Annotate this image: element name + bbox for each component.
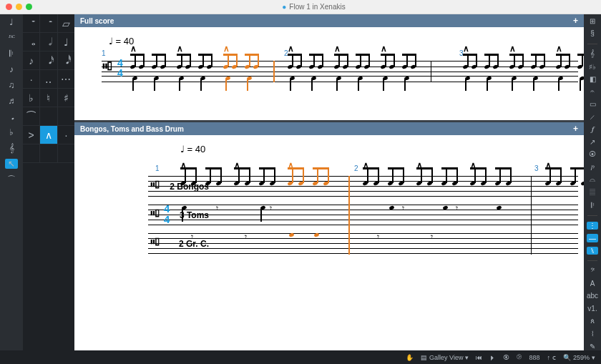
tool-cell[interactable]: ‥ [40, 70, 57, 88]
bar-position: 888 [529, 354, 539, 361]
right-palette-item[interactable]: ⊞ [587, 17, 598, 25]
left-palette-item[interactable]: ⌒ [5, 174, 18, 185]
left-mode-palette: ♩𝄊𝄆♪♫♬𝅘♭𝄞↖⌒ [0, 14, 23, 350]
tool-cell[interactable]: > [23, 126, 40, 144]
right-palette-item[interactable]: ↗ [587, 138, 598, 146]
tool-cell[interactable] [40, 107, 57, 125]
right-palette-item[interactable]: ⟋ [587, 112, 598, 120]
tool-cell[interactable]: ♯ [58, 89, 74, 107]
add-view-icon[interactable]: + [573, 16, 578, 26]
left-palette-item[interactable]: 𝄆 [5, 49, 18, 59]
add-view-icon[interactable]: + [573, 124, 578, 134]
notation-content[interactable]: ∧∧∧∧∧∧∧∧∧ [130, 45, 571, 95]
right-palette-item[interactable]: 𝄢 [587, 267, 598, 275]
full-score-tab[interactable]: Full score + [74, 14, 584, 27]
right-palette-item[interactable]: 𝄞 [587, 49, 598, 58]
notation-content[interactable]: ∧∧∧∧∧∧∧𝄾𝄾𝄾𝄾𝄾𝄾𝄾𝄾 [177, 162, 578, 262]
right-properties-palette: ⊞§𝄞♯♭◧𝄐▭⟋𝆑↗⦿𝑝⌓𝄚𝄆⋮―⑊𝄢Aabcv1.ጰ𝄔✎ [584, 14, 601, 350]
left-palette-item[interactable]: ♫ [5, 80, 18, 90]
tool-cell[interactable]: 𝅝 [23, 33, 40, 51]
window-titlebar: ●Flow 1 in Xenakis [0, 0, 601, 14]
full-score-panel[interactable]: ♩ = 40 𝄥𝄦 44 1 2 3 ∧∧∧∧∧∧∧∧∧ [74, 27, 584, 120]
tool-cell[interactable] [23, 144, 40, 162]
tool-cell[interactable]: ⋯ [58, 70, 74, 88]
left-palette-item[interactable]: ♩ [5, 17, 18, 27]
right-palette-item[interactable]: 𝄐 [587, 87, 598, 96]
tool-cell[interactable]: ∧ [40, 126, 57, 144]
transpose-indicator[interactable]: ↑ ᴄ [547, 354, 556, 361]
left-palette-item[interactable]: 𝅘 [5, 112, 18, 122]
tab-label: Bongos, Toms and Bass Drum [80, 125, 184, 133]
right-palette-item[interactable]: 𝄆 [587, 201, 598, 210]
tool-cell[interactable]: 𝅘𝅥𝅰 [58, 51, 74, 69]
percussion-clef-icon[interactable]: 𝄥𝄦 [151, 236, 159, 249]
right-palette-item[interactable]: ― [587, 234, 598, 242]
left-palette-item[interactable]: ♭ [5, 127, 18, 137]
tool-cell[interactable]: · [23, 70, 40, 88]
time-signature[interactable]: 44 [117, 58, 123, 78]
tool-cell[interactable]: 𝅘𝅥𝅯 [40, 51, 57, 69]
right-palette-item[interactable]: ⋮ [587, 222, 598, 230]
transport-loop-icon[interactable]: ⧁ [517, 353, 522, 361]
right-palette-item[interactable]: 𝄚 [587, 188, 598, 197]
hand-tool-icon[interactable]: ✋ [406, 354, 414, 361]
traffic-lights [6, 4, 32, 10]
right-palette-item[interactable]: § [587, 29, 598, 37]
left-palette-item[interactable]: ♪ [5, 64, 18, 74]
score-area: Full score + ♩ = 40 𝄥𝄦 44 1 2 3 ∧∧∧∧∧∧∧∧… [74, 14, 584, 350]
transport-rewind-icon[interactable]: ⏮ [476, 354, 482, 361]
maximize-window-icon[interactable] [26, 4, 32, 10]
left-palette-item[interactable]: ↖ [5, 159, 18, 169]
percussion-clef-icon[interactable]: 𝄥𝄦 [103, 59, 112, 74]
zoom-level[interactable]: 🔍 259% ▾ [563, 354, 595, 361]
tool-cell[interactable]: 𝄻 [23, 14, 40, 32]
right-palette-item[interactable]: ▭ [587, 100, 598, 108]
right-palette-item[interactable]: ⦿ [587, 150, 598, 158]
bar-number: 1 [102, 49, 106, 57]
status-bar: ✋ ▤ Galley View ▾ ⏮ ⏵ ⦿ ⧁ 888 ↑ ᴄ 🔍 259%… [0, 350, 601, 364]
tab-label: Full score [80, 17, 114, 25]
tool-cell[interactable] [58, 144, 74, 162]
transport-play-icon[interactable]: ⏵ [489, 354, 496, 361]
right-palette-item[interactable]: ጰ [587, 317, 598, 325]
right-palette-item[interactable]: ◧ [587, 75, 598, 83]
right-palette-item[interactable]: 𝆑 [587, 125, 598, 134]
view-mode-selector[interactable]: ▤ Galley View ▾ [421, 354, 469, 361]
minimize-window-icon[interactable] [16, 4, 22, 10]
right-palette-item[interactable]: ✎ [587, 343, 598, 350]
percussion-clef-icon[interactable]: 𝄥𝄦 [151, 207, 159, 220]
tool-cell[interactable]: 𝅗𝅥 [40, 33, 57, 51]
right-palette-item[interactable]: 𝄔 [587, 330, 598, 338]
tool-cell[interactable]: ▱ [58, 14, 74, 32]
left-palette-item[interactable]: 𝄞 [5, 143, 18, 153]
tool-cell[interactable]: ♩ [58, 33, 74, 51]
tool-cell[interactable] [58, 107, 74, 125]
window-title: ●Flow 1 in Xenakis [32, 3, 595, 11]
close-window-icon[interactable] [6, 4, 12, 10]
right-palette-item[interactable]: ♯♭ [587, 62, 598, 70]
tempo-marking[interactable]: ♩ = 40 [180, 144, 578, 154]
tool-cell[interactable]: ♮ [40, 89, 57, 107]
right-palette-item[interactable]: A [587, 280, 598, 287]
time-signature[interactable]: 44 [164, 203, 170, 225]
left-palette-item[interactable]: ♬ [5, 96, 18, 106]
left-palette-item[interactable]: 𝄊 [5, 33, 18, 43]
right-palette-item[interactable]: ⌓ [587, 175, 598, 184]
tool-cell[interactable]: ⁀ [23, 107, 40, 125]
percussion-clef-icon[interactable]: 𝄥𝄦 [151, 179, 159, 192]
transport-record-icon[interactable]: ⦿ [503, 354, 509, 361]
notation-tool-palette: 𝄻𝄼▱𝅝𝅗𝅥♩♪𝅘𝅥𝅯𝅘𝅥𝅰·‥⋯♭♮♯⁀>∧· [23, 14, 74, 350]
tool-cell[interactable]: · [58, 126, 74, 144]
tool-cell[interactable] [40, 144, 57, 162]
part-panel[interactable]: ♩ = 40 1 2 3 2 Bongos 3 Toms 2 Gr. C. 𝄥𝄦… [74, 135, 584, 350]
right-palette-item[interactable]: 𝑝 [587, 162, 598, 171]
tool-cell[interactable]: ♪ [23, 51, 40, 69]
right-palette-item[interactable]: abc [587, 292, 598, 300]
tool-cell[interactable]: ♭ [23, 89, 40, 107]
bar-number: 1 [155, 164, 160, 172]
right-palette-item[interactable]: v1. [587, 304, 598, 312]
part-tab[interactable]: Bongos, Toms and Bass Drum + [74, 122, 584, 135]
right-palette-item[interactable]: ⑊ [587, 247, 598, 255]
tool-cell[interactable]: 𝄼 [40, 14, 57, 32]
